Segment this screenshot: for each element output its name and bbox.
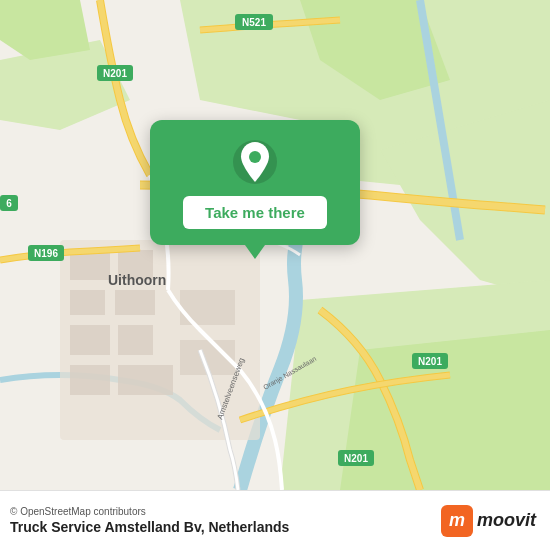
footer-info: © OpenStreetMap contributors Truck Servi…	[10, 506, 289, 535]
location-name: Truck Service Amstelland Bv, Netherlands	[10, 519, 289, 535]
svg-rect-12	[115, 290, 155, 315]
svg-text:N196: N196	[34, 248, 58, 259]
map-background: N521 N201 N201 N196 N201 N201 6 Uithoorn…	[0, 0, 550, 490]
take-me-there-button[interactable]: Take me there	[183, 196, 327, 229]
svg-text:N201: N201	[418, 356, 442, 367]
svg-rect-11	[70, 290, 105, 315]
moovit-logo-letter: m	[441, 505, 473, 537]
moovit-logo-text: moovit	[477, 510, 536, 531]
svg-rect-14	[118, 325, 153, 355]
svg-rect-15	[70, 365, 110, 395]
popup-card: Take me there	[150, 120, 360, 245]
location-pin-icon	[231, 138, 279, 186]
map-container: N521 N201 N201 N196 N201 N201 6 Uithoorn…	[0, 0, 550, 490]
svg-text:Uithoorn: Uithoorn	[108, 272, 166, 288]
copyright-text: © OpenStreetMap contributors	[10, 506, 289, 517]
footer: © OpenStreetMap contributors Truck Servi…	[0, 490, 550, 550]
svg-text:N521: N521	[242, 17, 266, 28]
svg-rect-13	[70, 325, 110, 355]
svg-rect-16	[118, 365, 173, 395]
svg-text:N201: N201	[344, 453, 368, 464]
svg-point-37	[249, 151, 261, 163]
svg-text:N201: N201	[103, 68, 127, 79]
moovit-logo: m moovit	[441, 505, 536, 537]
svg-text:6: 6	[6, 198, 12, 209]
